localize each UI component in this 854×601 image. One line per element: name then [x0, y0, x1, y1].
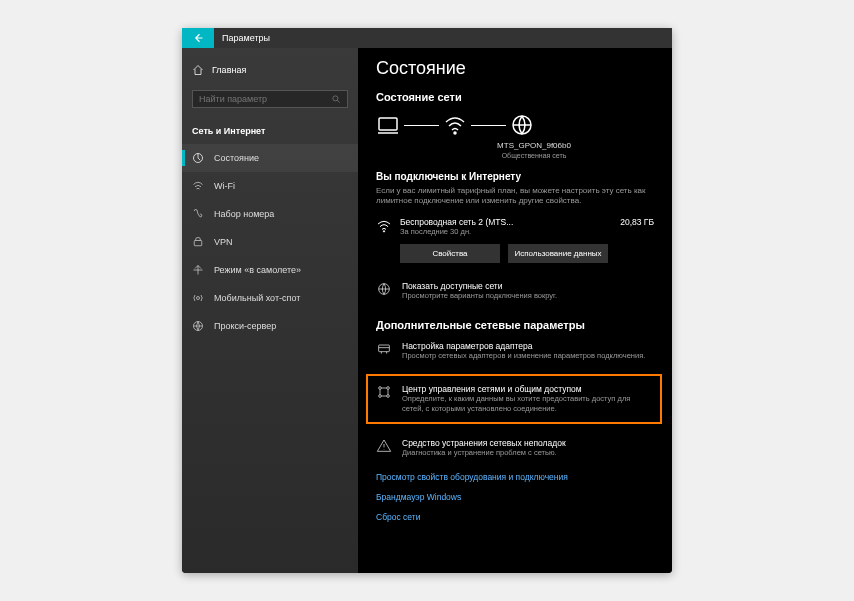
hardware-props-link[interactable]: Просмотр свойств оборудования и подключе…	[376, 472, 654, 482]
globe-icon	[510, 113, 534, 137]
network-type: Общественная сеть	[494, 152, 574, 159]
vpn-icon	[192, 236, 204, 248]
link-desc: Просмотр сетевых адаптеров и изменение п…	[402, 351, 645, 361]
sharing-center-link[interactable]: Центр управления сетями и общим доступом…	[376, 384, 652, 414]
sidebar-category: Сеть и Интернет	[182, 116, 358, 144]
link-title: Средство устранения сетевых неполадок	[402, 438, 566, 448]
sidebar-item-label: Мобильный хот-спот	[214, 293, 300, 303]
sidebar-item-dialup[interactable]: Набор номера	[182, 200, 358, 228]
svg-point-14	[387, 395, 390, 398]
home-nav[interactable]: Главная	[182, 58, 358, 82]
troubleshoot-link[interactable]: Средство устранения сетевых неполадок Ди…	[376, 438, 654, 458]
dialup-icon	[192, 208, 204, 220]
page-title: Состояние	[376, 58, 654, 79]
link-desc: Определите, к каким данным вы хотите пре…	[402, 394, 652, 414]
sidebar: Главная Сеть и Интернет Состояние Wi-Fi …	[182, 28, 358, 573]
network-reset-link[interactable]: Сброс сети	[376, 512, 654, 522]
advanced-heading: Дополнительные сетевые параметры	[376, 319, 654, 331]
connection-sub: За последние 30 дн.	[400, 227, 612, 236]
button-row: Свойства Использование данных	[400, 244, 654, 263]
svg-point-8	[383, 230, 384, 231]
adapter-settings-link[interactable]: Настройка параметров адаптера Просмотр с…	[376, 341, 654, 361]
wifi-icon	[192, 180, 204, 192]
sidebar-item-status[interactable]: Состояние	[182, 144, 358, 172]
svg-rect-10	[379, 345, 390, 352]
svg-point-0	[333, 96, 338, 101]
sidebar-item-vpn[interactable]: VPN	[182, 228, 358, 256]
connected-desc: Если у вас лимитный тарифный план, вы мо…	[376, 186, 654, 207]
link-title: Показать доступные сети	[402, 281, 557, 291]
wifi-icon	[376, 218, 392, 234]
svg-point-11	[379, 387, 382, 390]
connection-name: Беспроводная сеть 2 (MTS...	[400, 217, 612, 227]
sharing-icon	[376, 384, 392, 400]
computer-icon	[376, 113, 400, 137]
data-usage-button[interactable]: Использование данных	[508, 244, 608, 263]
titlebar: Параметры	[182, 28, 672, 48]
network-diagram	[376, 113, 654, 137]
link-title: Центр управления сетями и общим доступом	[402, 384, 652, 394]
firewall-link[interactable]: Брандмауэр Windows	[376, 492, 654, 502]
arrow-left-icon	[192, 32, 204, 44]
connection-row: Беспроводная сеть 2 (MTS... За последние…	[376, 217, 654, 236]
diagram-line	[471, 125, 506, 126]
sidebar-item-proxy[interactable]: Прокси-сервер	[182, 312, 358, 340]
highlighted-item: Центр управления сетями и общим доступом…	[366, 374, 662, 424]
link-desc: Просмотрите варианты подключения вокруг.	[402, 291, 557, 301]
sidebar-item-label: Режим «в самолете»	[214, 265, 301, 275]
connection-data: 20,83 ГБ	[620, 217, 654, 227]
wifi-icon	[443, 113, 467, 137]
diagram-line	[404, 125, 439, 126]
svg-point-13	[379, 395, 382, 398]
home-icon	[192, 64, 204, 76]
search-icon	[331, 94, 341, 104]
sidebar-item-airplane[interactable]: Режим «в самолете»	[182, 256, 358, 284]
globe-icon	[376, 281, 392, 297]
sidebar-item-label: Состояние	[214, 153, 259, 163]
hotspot-icon	[192, 292, 204, 304]
adapter-icon	[376, 341, 392, 357]
status-icon	[192, 152, 204, 164]
net-status-heading: Состояние сети	[376, 91, 654, 103]
sidebar-item-label: Wi-Fi	[214, 181, 235, 191]
airplane-icon	[192, 264, 204, 276]
home-label: Главная	[212, 65, 246, 75]
show-networks-link[interactable]: Показать доступные сети Просмотрите вари…	[376, 281, 654, 301]
content-area: Состояние Состояние сети MTS_GPON_9f06b0…	[358, 28, 672, 573]
properties-button[interactable]: Свойства	[400, 244, 500, 263]
svg-rect-5	[379, 118, 397, 130]
warning-icon	[376, 438, 392, 454]
search-input-wrap[interactable]	[192, 90, 348, 108]
proxy-icon	[192, 320, 204, 332]
svg-rect-2	[194, 241, 202, 246]
svg-point-12	[387, 387, 390, 390]
svg-point-6	[454, 132, 456, 134]
svg-point-3	[197, 297, 200, 300]
sidebar-item-label: Набор номера	[214, 209, 274, 219]
connected-heading: Вы подключены к Интернету	[376, 171, 654, 182]
sidebar-item-label: Прокси-сервер	[214, 321, 276, 331]
sidebar-item-label: VPN	[214, 237, 233, 247]
sidebar-item-hotspot[interactable]: Мобильный хот-спот	[182, 284, 358, 312]
link-desc: Диагностика и устранение проблем с сетью…	[402, 448, 566, 458]
settings-window: Главная Сеть и Интернет Состояние Wi-Fi …	[182, 28, 672, 573]
back-button[interactable]	[182, 28, 214, 48]
search-input[interactable]	[199, 94, 331, 104]
link-title: Настройка параметров адаптера	[402, 341, 645, 351]
titlebar-label: Параметры	[222, 33, 270, 43]
sidebar-item-wifi[interactable]: Wi-Fi	[182, 172, 358, 200]
network-name: MTS_GPON_9f06b0	[494, 141, 574, 150]
